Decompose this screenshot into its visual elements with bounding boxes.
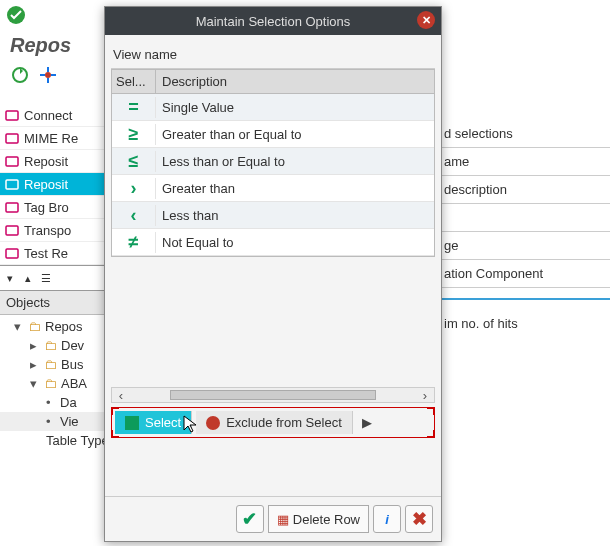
close-icon[interactable]: ✕: [417, 11, 435, 29]
option-row[interactable]: ≤Less than or Equal to: [112, 148, 434, 175]
field-row: ation Component: [440, 260, 610, 288]
svg-rect-3: [6, 111, 18, 120]
caret-icon: ▾: [30, 376, 40, 391]
delete-row-icon: ▦: [277, 512, 289, 527]
option-glyph: =: [112, 97, 156, 118]
tree-label: Repos: [45, 319, 83, 334]
expand-icon[interactable]: ▴: [20, 270, 36, 286]
tab-exclude[interactable]: Exclude from Select: [196, 411, 353, 434]
maintain-selection-dialog: Maintain Selection Options ✕ View name S…: [104, 6, 442, 542]
tree-row[interactable]: ▾🗀ABA: [0, 374, 110, 393]
bullet-icon: •: [46, 414, 56, 429]
list-icon[interactable]: ☰: [38, 270, 54, 286]
include-icon: [125, 416, 139, 430]
option-row[interactable]: ‹Less than: [112, 202, 434, 229]
tree-row[interactable]: ▸🗀Dev: [0, 336, 110, 355]
repo-sel-icon: [4, 176, 20, 192]
option-row[interactable]: ≥Greater than or Equal to: [112, 121, 434, 148]
tree-row[interactable]: Table Types: [0, 431, 110, 450]
delete-row-label: Delete Row: [293, 512, 360, 527]
tree-label: Dev: [61, 338, 84, 353]
field-row: [440, 204, 610, 232]
tree-label: Bus: [61, 357, 83, 372]
tree-label: Vie: [60, 414, 79, 429]
scroll-left-icon[interactable]: ‹: [112, 388, 130, 403]
option-glyph: ›: [112, 178, 156, 199]
nav-item-label: Connect: [24, 108, 72, 123]
separator: [440, 298, 610, 300]
tab-select-label: Select: [145, 415, 181, 430]
cancel-button[interactable]: ✖: [405, 505, 433, 533]
col-select: Sel...: [112, 70, 156, 93]
nav-item[interactable]: Tag Bro: [0, 196, 110, 219]
scroll-thumb[interactable]: [170, 390, 376, 400]
nav-item[interactable]: MIME Re: [0, 127, 110, 150]
repo-icon: [4, 153, 20, 169]
svg-rect-7: [6, 203, 18, 212]
nav-item[interactable]: Reposit: [0, 173, 110, 196]
tab-select[interactable]: Select: [115, 411, 192, 434]
connector-icon: [4, 107, 20, 123]
nav-item-label: Reposit: [24, 177, 68, 192]
col-description: Description: [156, 70, 434, 93]
options-table: Sel... Description =Single Value≥Greater…: [111, 69, 435, 257]
svg-rect-8: [6, 226, 18, 235]
right-panel: d selectionsamedescription geation Compo…: [440, 120, 610, 337]
tree-row[interactable]: ▸🗀Bus: [0, 355, 110, 374]
option-label: Greater than or Equal to: [156, 127, 434, 142]
svg-point-2: [45, 72, 51, 78]
collapse-icon[interactable]: ▾: [2, 270, 18, 286]
include-exclude-tabs: Select Exclude from Select ▶: [111, 407, 435, 438]
info-button[interactable]: i: [373, 505, 401, 533]
dialog-titlebar[interactable]: Maintain Selection Options ✕: [105, 7, 441, 35]
svg-rect-4: [6, 134, 18, 143]
h-scrollbar[interactable]: ‹ ›: [111, 387, 435, 403]
info-icon: i: [385, 512, 389, 527]
option-glyph: ≥: [112, 124, 156, 145]
nav-icon[interactable]: [38, 65, 58, 85]
option-glyph: ≠: [112, 232, 156, 253]
caret-icon: ▾: [14, 319, 24, 334]
caret-icon: ▸: [30, 338, 40, 353]
more-tabs-icon[interactable]: ▶: [357, 415, 377, 430]
field-row: description: [440, 176, 610, 204]
bullet-icon: •: [46, 395, 56, 410]
nav-item-label: Reposit: [24, 154, 68, 169]
field-row: ge: [440, 232, 610, 260]
field-row: d selections: [440, 120, 610, 148]
svg-rect-5: [6, 157, 18, 166]
option-row[interactable]: ›Greater than: [112, 175, 434, 202]
tree-row[interactable]: •Da: [0, 393, 110, 412]
exclude-icon: [206, 416, 220, 430]
tree-label: ABA: [61, 376, 87, 391]
test-icon: [4, 245, 20, 261]
option-glyph: ‹: [112, 205, 156, 226]
option-label: Greater than: [156, 181, 434, 196]
option-label: Not Equal to: [156, 235, 434, 250]
check-icon: ✔: [242, 508, 257, 530]
tree-row[interactable]: ▾🗀Repos: [0, 317, 110, 336]
field-row: ame: [440, 148, 610, 176]
right-footer: im no. of hits: [440, 310, 610, 337]
nav-item[interactable]: Reposit: [0, 150, 110, 173]
nav-item-label: Transpo: [24, 223, 71, 238]
refresh-icon[interactable]: [10, 65, 30, 85]
accept-button[interactable]: ✔: [236, 505, 264, 533]
caret-icon: ▸: [30, 357, 40, 372]
dialog-footer: ✔ ▦ Delete Row i ✖: [105, 496, 441, 541]
option-row[interactable]: ≠Not Equal to: [112, 229, 434, 256]
nav-item[interactable]: Transpo: [0, 219, 110, 242]
scroll-right-icon[interactable]: ›: [416, 388, 434, 403]
svg-rect-6: [6, 180, 18, 189]
folder-icon: 🗀: [28, 319, 41, 334]
delete-row-button[interactable]: ▦ Delete Row: [268, 505, 369, 533]
nav-item[interactable]: Test Re: [0, 242, 110, 265]
tab-exclude-label: Exclude from Select: [226, 415, 342, 430]
option-row[interactable]: =Single Value: [112, 94, 434, 121]
view-name-label: View name: [111, 41, 435, 69]
objects-tree: ▾🗀Repos▸🗀Dev▸🗀Bus▾🗀ABA•Da•VieTable Types: [0, 315, 110, 452]
nav-item-label: MIME Re: [24, 131, 78, 146]
nav-item[interactable]: Connect: [0, 104, 110, 127]
nav-item-label: Tag Bro: [24, 200, 69, 215]
tree-row[interactable]: •Vie: [0, 412, 110, 431]
